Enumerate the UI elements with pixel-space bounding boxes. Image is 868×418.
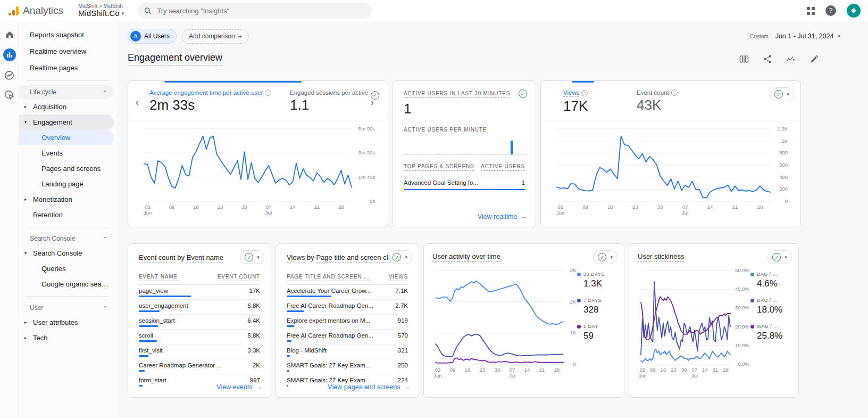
nav-engagement-overview[interactable]: Overview <box>19 130 114 145</box>
tab-views[interactable]: Views? 17K <box>563 89 632 114</box>
legend-dot <box>750 325 754 329</box>
info-icon[interactable]: ? <box>265 89 271 96</box>
collapse-chevron-icon[interactable]: ⌃ <box>103 236 107 242</box>
collapse-arrow-icon[interactable]: ▾ <box>24 251 29 256</box>
all-users-chip[interactable]: A All Users <box>128 29 177 44</box>
nav-user-attributes[interactable]: ▸User attributes <box>19 315 114 330</box>
svg-text:Jul: Jul <box>265 210 272 216</box>
expand-arrow-icon[interactable]: ▸ <box>24 335 29 340</box>
nav-realtime-overview[interactable]: Realtime overview <box>19 43 114 60</box>
apps-grid-icon[interactable] <box>807 7 815 15</box>
view-pages-link[interactable]: View pages and screens→ <box>328 383 410 391</box>
collapse-chevron-icon[interactable]: ⌃ <box>103 305 107 311</box>
nav-realtime-pages[interactable]: Realtime pages <box>19 60 114 76</box>
data-quality-dropdown[interactable]: ✓ ▾ <box>388 250 412 264</box>
svg-text:02: 02 <box>145 204 151 210</box>
engagement-time-chart: 5m 00s3m 20s1m 40s0s02Jun0916233007Jul14… <box>141 125 376 216</box>
tab-avg-engagement-time[interactable]: Average engagement time per active user?… <box>149 89 286 113</box>
data-quality-dropdown[interactable]: ✓ ▾ <box>593 250 617 264</box>
insights-icon[interactable] <box>786 54 796 64</box>
svg-text:09: 09 <box>582 204 588 210</box>
view-realtime-link[interactable]: View realtime→ <box>478 213 527 220</box>
top-pages-col-header: TOP PAGES & SCREENS <box>404 163 474 171</box>
add-comparison-chip[interactable]: Add comparison + <box>182 29 249 44</box>
date-range-picker[interactable]: Custom Jun 1 - Jul 31, 2024 ▾ <box>747 32 840 40</box>
user-activity-chart: 3K2K1K002Jun0916233007Jul142128 <box>432 266 577 379</box>
check-icon: ✓ <box>245 253 253 261</box>
section-user[interactable]: User ⌃ <box>19 301 114 315</box>
engaged-sessions-value: 1.1 <box>290 97 369 113</box>
account-switcher[interactable]: MidShift > MidShift MidShift.Co▾ <box>78 3 124 18</box>
svg-text:07: 07 <box>692 367 698 373</box>
svg-text:30: 30 <box>657 204 663 210</box>
nav-engagement-events[interactable]: Events <box>19 145 114 161</box>
edit-pencil-icon[interactable] <box>809 54 819 64</box>
data-quality-dropdown[interactable]: ✓ ▾ <box>240 250 264 264</box>
search-bar[interactable] <box>138 3 372 19</box>
expand-arrow-icon[interactable]: ▸ <box>24 320 29 325</box>
legend-30-days: 30 DAYS 1.3K <box>577 272 615 289</box>
legend-wau-mau: WAU / ... 25.8% <box>750 324 789 341</box>
view-events-link[interactable]: View events→ <box>216 383 262 391</box>
nav-queries[interactable]: Queries <box>19 261 114 276</box>
caret-down-icon: ▾ <box>787 92 789 97</box>
advertising-icon[interactable] <box>4 89 15 101</box>
section-search-console[interactable]: Search Console ⌃ <box>19 232 114 245</box>
card-title: User stickiness <box>638 252 684 262</box>
nav-monetization[interactable]: ▸Monetization <box>19 192 114 207</box>
nav-engagement[interactable]: ▾Engagement <box>19 114 114 130</box>
home-icon[interactable] <box>4 29 15 40</box>
tab-engaged-sessions[interactable]: Engaged sessions per active user 1.1 <box>290 89 369 113</box>
carousel-left-icon[interactable]: ‹ <box>136 97 145 108</box>
explore-icon[interactable] <box>4 69 15 81</box>
top-page-bar <box>404 189 525 190</box>
nav-tech[interactable]: ▸Tech <box>19 330 114 346</box>
col-event-count: EVENT COUNT <box>218 274 260 281</box>
chart-legend: DAU / ... 4.6% DAU / ... 18.0% WAU / ...… <box>750 266 789 379</box>
svg-text:30: 30 <box>495 367 500 373</box>
account-caret-icon[interactable]: ▾ <box>122 11 124 17</box>
table-row: session_start6.4K <box>139 315 260 330</box>
share-icon[interactable] <box>763 54 772 64</box>
nav-google-organic-search[interactable]: Google organic search traf... <box>19 276 114 292</box>
arrow-right-icon: → <box>404 383 411 391</box>
info-icon[interactable]: ? <box>581 90 588 96</box>
comparison-icon[interactable] <box>739 54 749 64</box>
nav-reports-snapshot[interactable]: Reports snapshot <box>19 27 114 43</box>
nav-search-console[interactable]: ▾Search Console <box>19 245 114 261</box>
data-quality-check-icon[interactable]: ✓ <box>371 89 379 100</box>
data-quality-check-icon[interactable]: ✓ <box>519 89 527 98</box>
collapse-chevron-icon[interactable]: ⌃ <box>103 89 107 95</box>
svg-text:Jul: Jul <box>682 210 688 216</box>
help-icon[interactable]: ? <box>825 5 836 16</box>
nav-pages-and-screens[interactable]: Pages and screens <box>19 161 114 176</box>
data-quality-dropdown[interactable]: ✓ ▾ <box>770 87 794 101</box>
nav-landing-page[interactable]: Landing page <box>19 176 114 192</box>
collapse-arrow-icon[interactable]: ▾ <box>24 120 29 125</box>
divider <box>27 227 108 227</box>
arrow-right-icon: → <box>256 383 263 391</box>
data-quality-dropdown[interactable]: ✓ ▾ <box>767 250 792 264</box>
section-life-cycle[interactable]: Life cycle ⌃ <box>19 85 114 99</box>
legend-dot <box>577 325 581 329</box>
nav-acquisition[interactable]: ▸Acquisition <box>19 99 114 114</box>
top-header: Analytics MidShift > MidShift MidShift.C… <box>0 0 868 21</box>
active-users-col-header: ACTIVE USERS <box>481 163 525 171</box>
tab-event-count[interactable]: Event count? 43K <box>637 89 678 113</box>
search-input[interactable] <box>157 7 365 15</box>
event-count-value: 43K <box>637 97 678 113</box>
top-page-active-users: 1 <box>522 179 525 186</box>
table-row: Explore expert mentors on M...919 <box>287 315 408 330</box>
user-stickiness-card: User stickiness ✓ ▾ 50.0%40.0%30.0%20.0%… <box>629 243 799 398</box>
expand-arrow-icon[interactable]: ▸ <box>24 197 29 202</box>
svg-text:07: 07 <box>510 367 515 373</box>
avatar[interactable] <box>847 4 861 18</box>
svg-text:09: 09 <box>650 367 656 373</box>
svg-text:400: 400 <box>779 174 788 180</box>
nav-retention[interactable]: Retention <box>19 207 114 223</box>
svg-text:Jun: Jun <box>556 210 564 216</box>
expand-arrow-icon[interactable]: ▸ <box>24 104 29 109</box>
info-icon[interactable]: ? <box>671 89 678 96</box>
reports-icon[interactable] <box>3 48 16 61</box>
table-row: Blog - MidShift321 <box>287 345 408 359</box>
